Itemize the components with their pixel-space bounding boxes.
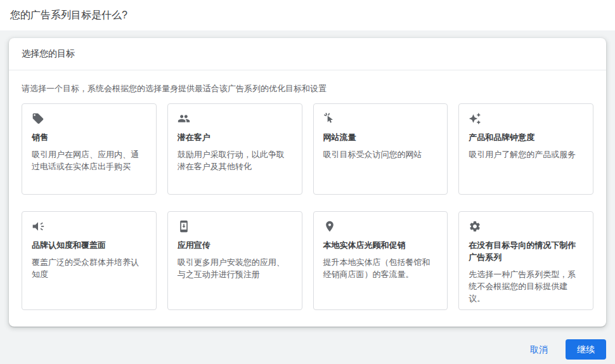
- goal-card-website-traffic[interactable]: 网站流量 吸引目标受众访问您的网站: [313, 103, 448, 195]
- location-pin-icon: [323, 220, 336, 233]
- content-area: 选择您的目标 请选择一个目标，系统会根据您的选择量身提供最适合该广告系列的优化目…: [0, 30, 615, 360]
- cursor-click-icon: [323, 112, 336, 125]
- goal-title: 潜在客户: [178, 131, 292, 143]
- goal-description: 提升本地实体店（包括餐馆和经销商店面）的客流量。: [323, 256, 438, 280]
- goal-card-app-promotion[interactable]: 应用宣传 吸引更多用户安装您的应用、与之互动并进行预注册: [167, 211, 302, 310]
- goal-card-local-store[interactable]: 本地实体店光顾和促销 提升本地实体店（包括餐馆和经销商店面）的客流量。: [313, 211, 448, 310]
- goal-description: 覆盖广泛的受众群体并培养认知度: [32, 256, 146, 280]
- goal-title: 品牌认知度和覆盖面: [32, 239, 146, 251]
- page-header: 您的广告系列目标是什么?: [0, 0, 615, 30]
- phone-install-icon: [178, 220, 190, 233]
- goal-card-leads[interactable]: 潜在客户 鼓励用户采取行动，以此争取潜在客户及其他转化: [167, 103, 302, 195]
- continue-button[interactable]: 继续: [566, 339, 606, 360]
- footer-actions: 取消 继续: [9, 327, 606, 360]
- goal-title: 网站流量: [323, 131, 438, 143]
- goal-selection-panel: 选择您的目标 请选择一个目标，系统会根据您的选择量身提供最适合该广告系列的优化目…: [9, 38, 606, 327]
- goal-title: 产品和品牌钟意度: [469, 131, 583, 143]
- goal-description: 先选择一种广告系列类型，系统不会根据您的目标提供建议。: [469, 268, 583, 304]
- goal-card-brand-consideration[interactable]: 产品和品牌钟意度 吸引用户了解您的产品或服务: [458, 103, 593, 195]
- panel-header: 选择您的目标: [9, 38, 606, 70]
- goal-card-brand-awareness[interactable]: 品牌认知度和覆盖面 覆盖广泛的受众群体并培养认知度: [22, 211, 157, 310]
- goal-title: 销售: [32, 131, 146, 143]
- goal-title: 本地实体店光顾和促销: [323, 239, 438, 251]
- goal-description: 吸引更多用户安装您的应用、与之互动并进行预注册: [178, 256, 292, 280]
- goal-title: 在没有目标导向的情况下制作广告系列: [469, 239, 583, 263]
- goal-card-no-goal[interactable]: 在没有目标导向的情况下制作广告系列 先选择一种广告系列类型，系统不会根据您的目标…: [458, 211, 593, 310]
- panel-subtitle: 请选择一个目标，系统会根据您的选择量身提供最适合该广告系列的优化目标和设置: [9, 70, 606, 102]
- goals-grid: 销售 吸引用户在网店、应用内、通过电话或在实体店出手购买 潜在客户 鼓励用户采取…: [9, 102, 606, 327]
- tag-icon: [32, 112, 44, 125]
- goal-description: 吸引用户了解您的产品或服务: [469, 148, 583, 160]
- sparkles-icon: [469, 112, 481, 125]
- goal-description: 鼓励用户采取行动，以此争取潜在客户及其他转化: [178, 148, 292, 172]
- page-title: 您的广告系列目标是什么?: [10, 9, 605, 22]
- cancel-button[interactable]: 取消: [519, 339, 559, 360]
- goal-description: 吸引用户在网店、应用内、通过电话或在实体店出手购买: [32, 148, 146, 172]
- goal-description: 吸引目标受众访问您的网站: [323, 148, 438, 160]
- people-icon: [178, 112, 190, 125]
- goal-card-sales[interactable]: 销售 吸引用户在网店、应用内、通过电话或在实体店出手购买: [22, 103, 157, 195]
- gear-icon: [469, 220, 481, 233]
- megaphone-icon: [32, 220, 44, 233]
- goal-title: 应用宣传: [178, 239, 292, 251]
